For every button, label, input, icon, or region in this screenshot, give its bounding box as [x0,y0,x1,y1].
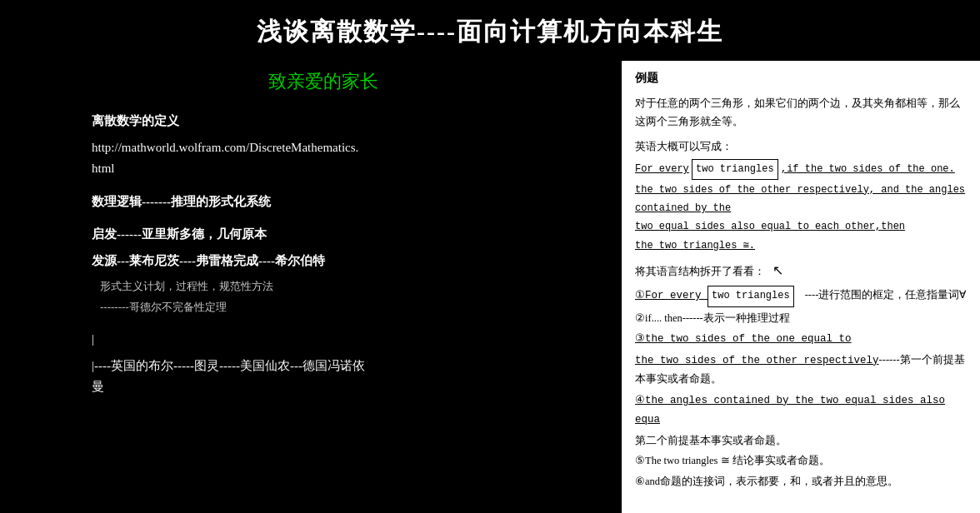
analysis-title: 将其语言结构拆开了看看： ↖ [635,262,967,279]
analysis-item-2: ②if.... then------表示一种推理过程 [635,309,967,328]
item4b-text: 第二个前提基本事实或者命题。 [635,435,787,446]
analysis-items: ①For every two triangles ----进行范围的框定，任意指… [635,286,967,491]
item6-text: ⑥and命题的连接词，表示都要，和，或者并且的意思。 [635,476,898,487]
sub-item-1: 形式主义计划，过程性，规范性方法 [100,276,605,297]
sub-item-2: --------哥德尔不完备性定理 [100,297,605,318]
definition-label: 离散数学的定义 [92,111,605,132]
analysis-item-4b: 第二个前提基本事实或者命题。 [635,431,967,451]
analysis-item-5: ⑤The two triangles ≅ 结论事实或者命题。 [635,451,967,471]
formula-line4: the two triangles ≅. [635,240,755,252]
example-title: 例题 [635,71,967,86]
formula-line3: two equal sides also equal to each other… [635,221,905,232]
bar-section: | |----英国的布尔-----图灵-----美国仙农---德国冯诺依 曼 [92,329,605,398]
english-intro: 英语大概可以写成： [635,139,967,154]
logic-label: 数理逻辑-------推理的形式化系统 [92,192,605,213]
url-line1: http://mathworld.wolfram.com/DiscreteMat… [92,137,605,159]
item4-text: ④the angles contained by the two equal s… [635,395,945,426]
origin-label: 发源---莱布尼茨----弗雷格完成----希尔伯特 [92,251,605,272]
analysis-item-1: ①For every two triangles ----进行范围的框定，任意指… [635,286,967,307]
logic-section: 数理逻辑-------推理的形式化系统 [92,192,605,213]
analysis-item-4: ④the angles contained by the two equal s… [635,391,967,430]
item2-text: ②if.... then------表示一种推理过程 [635,312,790,324]
formula-part2: ,if the two sides of the one. [781,163,955,175]
url-line2: html [92,158,605,180]
analysis-item-3: ③the two sides of the one equal to [635,329,967,349]
item1-highlight: two triangles [708,286,794,307]
item1-prefix: ①For every [635,290,708,301]
inspiration-label: 启发------亚里斯多德，几何原本 [92,224,605,246]
formula-highlight: two triangles [692,159,778,179]
analysis-item-3b: the two sides of the other respectively-… [635,351,967,389]
author-text: 致亲爱的家长 [92,69,605,94]
item3b-text: the two sides of the other respectively [635,355,879,366]
formula-block: For every two triangles ,if the two side… [635,159,967,254]
bar2: |----英国的布尔-----图灵-----美国仙农---德国冯诺依 [92,356,605,377]
analysis-item-6: ⑥and命题的连接词，表示都要，和，或者并且的意思。 [635,472,967,491]
right-panel: 例题 对于任意的两个三角形，如果它们的两个边，及其夹角都相等，那么这两个三角形就… [622,61,980,513]
page-title: 浅谈离散数学----面向计算机方向本科生 [0,0,980,61]
left-panel: 致亲爱的家长 离散数学的定义 http://mathworld.wolfram.… [0,61,622,513]
example-text: 对于任意的两个三角形，如果它们的两个边，及其夹角都相等，那么这两个三角形就全等。 [635,94,967,131]
item1-suffix: ----进行范围的框定，任意指量词∀ [794,289,967,301]
definition-section: 离散数学的定义 http://mathworld.wolfram.com/Dis… [92,111,605,180]
bar3: 曼 [92,376,605,398]
formula-for-every: For every [635,163,689,175]
cursor-icon: ↖ [772,262,783,278]
item3-text: ③the two sides of the one equal to [635,333,852,345]
bar1: | [92,329,605,351]
inspiration-section: 启发------亚里斯多德，几何原本 发源---莱布尼茨----弗雷格完成---… [92,224,605,317]
item5-text: ⑤The two triangles ≅ 结论事实或者命题。 [635,455,830,466]
formula-line2: the two sides of the other respectively,… [635,184,965,214]
